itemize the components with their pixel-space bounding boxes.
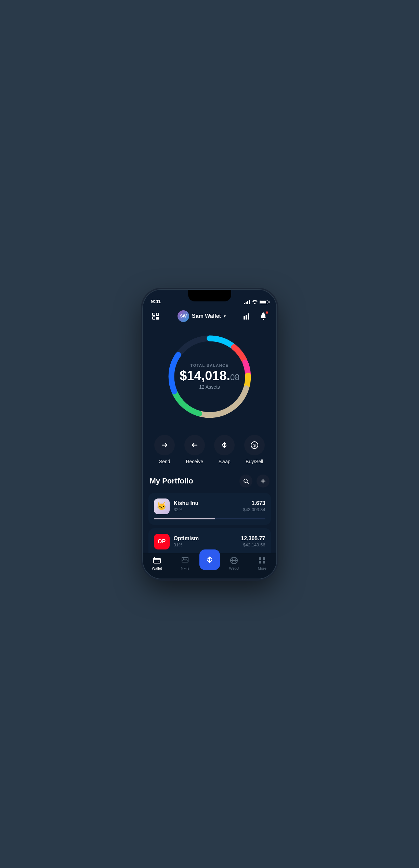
web3-nav-label: Web3 xyxy=(229,566,239,570)
receive-label: Receive xyxy=(186,459,203,464)
svg-rect-4 xyxy=(158,317,159,318)
nav-wallet[interactable]: Wallet xyxy=(143,556,171,570)
svg-rect-5 xyxy=(157,319,157,319)
optimism-pct: 31% xyxy=(174,542,237,547)
svg-rect-7 xyxy=(244,316,245,320)
kishu-progress xyxy=(154,518,265,519)
balance-cents: 08 xyxy=(230,373,239,382)
header-right xyxy=(241,310,269,322)
svg-rect-28 xyxy=(263,557,265,560)
balance-amount: $14,018.08 xyxy=(180,369,239,383)
web3-nav-icon xyxy=(230,556,238,565)
svg-rect-1 xyxy=(156,313,159,315)
nav-web3[interactable]: Web3 xyxy=(220,556,248,570)
svg-rect-22 xyxy=(154,558,160,563)
kishu-usd: $43,003.34 xyxy=(243,507,265,512)
swap-icon xyxy=(214,435,235,455)
svg-rect-9 xyxy=(248,313,249,320)
portfolio-actions xyxy=(239,475,270,488)
kishu-name: Kishu Inu xyxy=(174,500,239,506)
balance-assets: 12 Assets xyxy=(180,384,239,390)
svg-rect-6 xyxy=(158,319,159,319)
kishu-header: 🐱 Kishu Inu 32% 1.673 $43,003.34 xyxy=(154,498,265,514)
balance-label: TOTAL BALANCE xyxy=(180,363,239,367)
buysell-button[interactable]: $ Buy/Sell xyxy=(244,435,265,464)
header-left xyxy=(150,310,162,322)
svg-rect-30 xyxy=(263,561,265,563)
send-label: Send xyxy=(159,459,170,464)
chart-section: TOTAL BALANCE $14,018.08 12 Assets xyxy=(143,325,276,431)
status-icons xyxy=(244,300,268,304)
nav-nfts[interactable]: NFTs xyxy=(171,556,199,570)
wallet-name-label: Sam Wallet xyxy=(192,313,221,319)
more-nav-icon xyxy=(258,556,266,565)
svg-rect-29 xyxy=(259,561,261,563)
buysell-label: Buy/Sell xyxy=(246,459,263,464)
wallet-nav-icon xyxy=(153,556,161,565)
signal-bars-icon xyxy=(244,300,250,304)
avatar: SW xyxy=(178,310,189,322)
action-buttons: Send Receive Swap xyxy=(143,431,276,475)
portfolio-item-kishu[interactable]: 🐱 Kishu Inu 32% 1.673 $43,003.34 xyxy=(148,493,271,525)
phone-frame: 9:41 xyxy=(143,290,276,579)
svg-point-10 xyxy=(263,319,264,320)
send-icon xyxy=(154,435,175,455)
swap-button[interactable]: Swap xyxy=(214,435,235,464)
op-icon: OP xyxy=(154,534,170,549)
nfts-nav-label: NFTs xyxy=(181,566,189,570)
scan-icon[interactable] xyxy=(150,310,161,322)
bottom-nav: Wallet NFTs xyxy=(143,553,276,579)
kishu-info: Kishu Inu 32% xyxy=(174,500,239,512)
svg-rect-0 xyxy=(153,313,155,315)
svg-text:$: $ xyxy=(253,443,256,448)
receive-icon xyxy=(184,435,205,455)
svg-rect-27 xyxy=(259,557,261,560)
wallet-nav-label: Wallet xyxy=(152,566,162,570)
kishu-icon: 🐱 xyxy=(154,498,170,514)
receive-button[interactable]: Receive xyxy=(184,435,205,464)
app-content[interactable]: SW Sam Wallet ▾ xyxy=(143,290,276,579)
send-button[interactable]: Send xyxy=(154,435,175,464)
wallet-selector[interactable]: SW Sam Wallet ▾ xyxy=(178,310,226,322)
more-nav-label: More xyxy=(258,566,266,570)
swap-label: Swap xyxy=(219,459,231,464)
nav-swap-center[interactable] xyxy=(199,549,220,570)
add-portfolio-button[interactable] xyxy=(257,475,270,488)
chevron-down-icon: ▾ xyxy=(224,314,226,319)
portfolio-header: My Portfolio xyxy=(148,475,271,488)
portfolio-title: My Portfolio xyxy=(150,477,193,485)
search-portfolio-button[interactable] xyxy=(239,475,252,488)
kishu-pct: 32% xyxy=(174,507,239,512)
notch xyxy=(188,290,231,301)
nfts-nav-icon xyxy=(181,556,189,565)
notifications-button[interactable] xyxy=(258,310,269,322)
balance-whole: $14,018. xyxy=(180,368,230,383)
optimism-values: 12,305.77 $42,149.56 xyxy=(241,535,265,547)
optimism-header: OP Optimism 31% 12,305.77 $42,149.56 xyxy=(154,534,265,549)
optimism-amount: 12,305.77 xyxy=(241,535,265,542)
wifi-icon xyxy=(252,300,258,304)
battery-icon xyxy=(260,300,268,304)
kishu-amount: 1.673 xyxy=(243,500,265,506)
analytics-button[interactable] xyxy=(241,310,253,322)
status-time: 9:41 xyxy=(151,298,161,304)
optimism-usd: $42,149.56 xyxy=(241,542,265,547)
svg-rect-3 xyxy=(157,317,157,318)
nav-more[interactable]: More xyxy=(248,556,276,570)
svg-rect-2 xyxy=(153,317,155,319)
donut-chart: TOTAL BALANCE $14,018.08 12 Assets xyxy=(162,329,258,425)
donut-center: TOTAL BALANCE $14,018.08 12 Assets xyxy=(180,363,239,390)
optimism-name: Optimism xyxy=(174,535,237,542)
notification-dot xyxy=(265,311,269,314)
svg-rect-8 xyxy=(246,315,247,320)
buysell-icon: $ xyxy=(244,435,265,455)
kishu-values: 1.673 $43,003.34 xyxy=(243,500,265,512)
optimism-info: Optimism 31% xyxy=(174,535,237,547)
kishu-progress-fill xyxy=(154,518,215,519)
